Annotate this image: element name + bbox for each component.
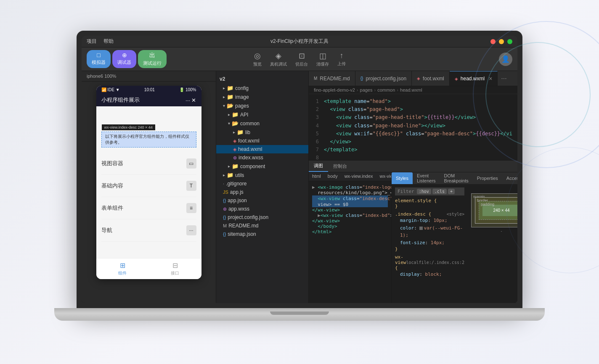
menu-item-2[interactable]: 表单组件 ≡ (101, 197, 196, 219)
tree-item-app-js[interactable]: JS app.js (216, 188, 308, 196)
highlight-box: wx-view.index-desc 240 × 44 以下将展示小程序官方组件… (101, 132, 196, 148)
close-button[interactable] (490, 39, 496, 44)
filter-hov[interactable]: :hov (417, 189, 431, 194)
tree-item-readme-label: README.md (228, 223, 258, 229)
path-wx-index-hd[interactable]: wx-view.index-hd (376, 172, 392, 181)
styles-tab-events[interactable]: Event Listeners (413, 172, 440, 184)
maximize-button[interactable] (507, 39, 512, 44)
mode-debug[interactable]: ⊕ 调试器 (112, 50, 136, 68)
styles-tab-dom[interactable]: DOM Breakpoints (440, 172, 473, 184)
tree-item-project-json[interactable]: {} project.config.json (216, 213, 308, 222)
phone-more-icon[interactable]: ··· ✕ (186, 97, 196, 103)
phone-nav-api[interactable]: ⊟ 接口 (149, 258, 201, 279)
phone-time: 10:01 (144, 87, 155, 92)
style-prop-font: font-size: 14px; (395, 239, 464, 247)
code-line-1: 1 <template name="head"> (309, 98, 517, 106)
menu-item-1[interactable]: 基础内容 T (101, 175, 196, 197)
minimize-button[interactable] (499, 39, 504, 44)
breadcrumb: fino-applet-demo-v2 › pages › common › h… (309, 86, 517, 94)
bottom-content: html body wx-view.index wx-view.index-hd… (309, 172, 517, 303)
tab-more-button[interactable]: ··· (498, 75, 510, 82)
tree-item-app-wxss[interactable]: ⊛ app.wxss (216, 205, 308, 213)
laptop: 项目 帮助 v2-FinClip小程序开发工具 □ 模拟器 (77, 31, 522, 333)
tree-item-pages[interactable]: 📂 pages (216, 101, 308, 110)
breadcrumb-1: pages (360, 87, 373, 92)
file-tree: v2 📁 config 📁 image (216, 71, 309, 303)
action-save[interactable]: ◫ 清缓存 (316, 51, 329, 67)
menu-item-3[interactable]: 导航 ··· (101, 219, 196, 242)
path-html[interactable]: html (309, 172, 324, 181)
mode-test[interactable]: 出 测试运行 (138, 50, 167, 68)
bottom-tab-elements[interactable]: 调图 (309, 161, 328, 172)
simulate-label: 模拟器 (92, 59, 106, 66)
tree-item-index-wxss[interactable]: ⊛ index.wxss (216, 153, 308, 162)
tree-item-app-json[interactable]: {} app.json (216, 196, 308, 205)
toolbar-right: 👤 (499, 53, 512, 66)
html-line-2: resources/kind/logo.png">_</wx-image> (312, 190, 388, 195)
tab-head-wxml[interactable]: ◈ head.wxml × (450, 71, 498, 86)
action-cut[interactable]: ⊡ 切后台 (295, 51, 308, 67)
selector-end-0: } (395, 246, 464, 252)
tree-item-image[interactable]: 📁 image (216, 92, 308, 101)
tab-foot-icon: ◈ (417, 76, 420, 81)
menu-item-0[interactable]: 视图容器 ▭ (101, 153, 196, 175)
menu-help[interactable]: 帮助 (103, 38, 114, 45)
code-line-4: 4 <view class="page-head-line"></view> (309, 122, 517, 130)
tree-item-readme[interactable]: M README.md (216, 222, 308, 230)
tree-item-lib[interactable]: 📁 lib (216, 128, 308, 137)
menu-bar[interactable]: 项目 帮助 (87, 38, 114, 45)
code-line-7: 7 </template> (309, 146, 517, 154)
toolbar-actions: ◎ 预览 ◈ 真机调试 ⊡ 切后台 ◫ 清缓存 (253, 51, 346, 67)
editor-tabs: M README.md {} project.config.json ◈ foo… (309, 71, 517, 86)
path-wx-index[interactable]: wx-view.index (341, 172, 376, 181)
filter-cls[interactable]: .cls (432, 189, 447, 194)
menu-item-label-2: 表单组件 (101, 204, 123, 212)
tree-item-head-wxml[interactable]: ◈ head.wxml (216, 145, 308, 153)
box-outer: margin border padding 240 × 44 (471, 193, 517, 227)
code-editor[interactable]: 1 <template name="head"> 2 <view class="… (309, 94, 517, 160)
user-avatar[interactable]: 👤 (499, 53, 512, 66)
tab-head-label: head.wxml (461, 76, 485, 82)
styles-tab-props[interactable]: Properties (473, 172, 502, 184)
html-preview[interactable]: ▶ <wx-image class="index-logo" src="../r… (309, 181, 391, 303)
tree-item-sitemap[interactable]: {} sitemap.json (216, 230, 308, 238)
styles-tab-styles[interactable]: Styles (392, 172, 413, 184)
tree-item-common[interactable]: 📂 common (216, 119, 308, 128)
tab-project-config[interactable]: {} project.config.json (355, 71, 412, 86)
tree-item-foot-wxml-label: foot.wxml (238, 138, 260, 144)
sep-2: › (397, 87, 398, 92)
tree-item-foot-wxml[interactable]: ◈ foot.wxml (216, 137, 308, 145)
tree-item-gitignore[interactable]: · .gitignore (216, 179, 308, 188)
highlight-label: wx-view.index-desc 240 × 44 (102, 124, 155, 130)
folder-pages-icon: 📂 (227, 103, 233, 109)
tree-item-api-label: API (240, 112, 248, 118)
styles-tab-a11y[interactable]: Accessibility (502, 172, 517, 184)
menu-project[interactable]: 项目 (87, 38, 97, 45)
phone-nav-components[interactable]: ⊞ 组件 (96, 258, 149, 279)
tree-item-image-label: image (235, 94, 249, 100)
tree-root: v2 (216, 74, 308, 84)
chevron-common (228, 121, 230, 126)
folder-lib-icon: 📁 (237, 129, 244, 135)
sep-1: › (374, 87, 376, 92)
tree-item-lib-label: lib (245, 129, 250, 135)
path-body[interactable]: body (324, 172, 341, 181)
file-md-icon: M (223, 223, 227, 228)
bottom-tab-console[interactable]: 控制台 (328, 161, 352, 172)
api-nav-icon: ⊟ (172, 261, 178, 269)
mode-simulate[interactable]: □ 模拟器 (87, 50, 111, 68)
tab-head-close[interactable]: × (489, 75, 492, 82)
tree-item-utils[interactable]: 📁 utils (216, 171, 308, 179)
tree-item-config[interactable]: 📁 config (216, 84, 308, 92)
tab-readme[interactable]: M README.md (309, 71, 355, 86)
action-upload[interactable]: ↑ 上传 (337, 51, 346, 67)
tree-item-api[interactable]: 📁 API (216, 110, 308, 119)
file-wxss-icon: ⊛ (233, 155, 237, 161)
styles-filter[interactable]: Filter :hov .cls + (395, 187, 464, 195)
folder-config-icon: 📁 (227, 85, 233, 91)
action-realtime[interactable]: ◈ 真机调试 (270, 51, 287, 67)
tab-foot-wxml[interactable]: ◈ foot.wxml (412, 71, 450, 86)
action-preview[interactable]: ◎ 预览 (253, 51, 262, 67)
filter-plus[interactable]: + (448, 189, 455, 194)
tree-item-component[interactable]: 📁 component (216, 162, 308, 171)
